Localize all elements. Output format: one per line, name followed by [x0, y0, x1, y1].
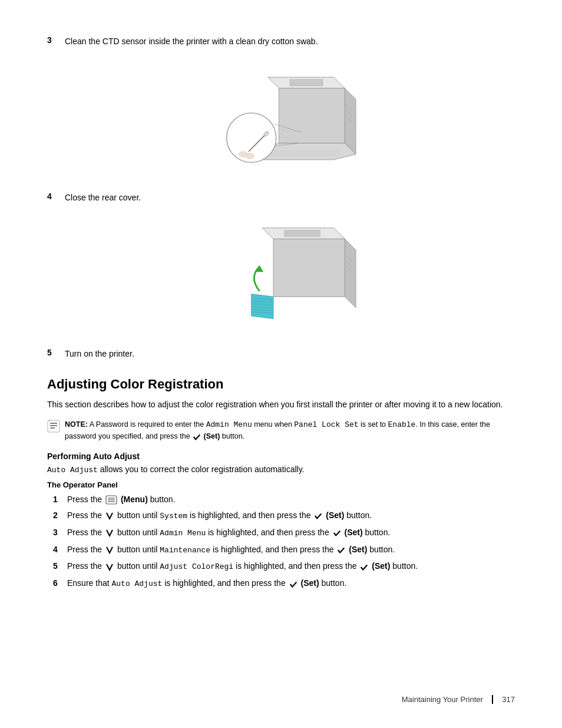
op-step-4: 4 Press the button until Maintenance is … — [53, 543, 515, 557]
svg-marker-22 — [252, 294, 273, 319]
page-content: 3 Clean the CTD sensor inside the printe… — [0, 0, 562, 629]
performing-auto-adjust-heading: Performing Auto Adjust — [47, 452, 515, 461]
note-box: NOTE: A Password is required to enter th… — [47, 419, 515, 442]
step-4-text: Close the rear cover. — [65, 192, 141, 204]
svg-rect-3 — [290, 80, 323, 86]
footer-text: Maintaining Your Printer — [402, 695, 483, 704]
op-step-6-num: 6 — [53, 577, 67, 589]
note-text1: A Password is required to enter the — [90, 420, 206, 429]
op-step-3: 3 Press the button until Admin Menu is h… — [53, 526, 515, 540]
note-text5: button. — [220, 432, 244, 440]
note-text3: is set to — [359, 420, 388, 429]
op-step-5-content: Press the button until Adjust ColorRegi … — [67, 559, 418, 574]
step-3: 3 Clean the CTD sensor inside the printe… — [47, 35, 515, 48]
note-set-label: (Set) — [204, 432, 220, 440]
step-3-text: Clean the CTD sensor inside the printer … — [65, 35, 318, 48]
step-5-num: 5 — [47, 348, 65, 357]
operator-panel-heading: The Operator Panel — [47, 480, 515, 489]
op-step-6: 6 Ensure that Auto Adjust is highlighted… — [53, 577, 515, 591]
step-5-text: Turn on the printer. — [65, 348, 134, 360]
svg-rect-21 — [285, 230, 320, 236]
footer-page-num: 317 — [502, 695, 515, 704]
checkmark-icon-step6 — [289, 580, 297, 588]
vcheck-icon-step5 — [105, 563, 114, 571]
checkmark-icon-step4 — [337, 546, 345, 554]
op-step-5: 5 Press the button until Adjust ColorReg… — [53, 559, 515, 574]
svg-rect-1 — [279, 88, 345, 143]
page-footer: Maintaining Your Printer | 317 — [402, 694, 515, 704]
step-5: 5 Turn on the printer. — [47, 348, 515, 360]
note-checkmark-icon — [193, 433, 201, 441]
auto-adjust-intro2: allows you to correct the color registra… — [98, 465, 305, 474]
op-step-3-content: Press the button until Admin Menu is hig… — [67, 526, 390, 540]
step-4: 4 Close the rear cover. — [47, 192, 515, 204]
note-icon — [47, 420, 60, 433]
rear-cover-illustration — [207, 216, 372, 334]
checkmark-icon-step2 — [314, 512, 322, 520]
section-title: Adjusting Color Registration — [47, 377, 515, 392]
checkmark-icon-step3 — [333, 529, 341, 537]
auto-adjust-intro: Auto Adjust allows you to correct the co… — [47, 465, 515, 475]
operator-steps-list: 1 Press the (Menu) button. 2 Press the — [53, 493, 515, 591]
svg-rect-19 — [273, 239, 345, 297]
vcheck-icon-step3 — [105, 529, 114, 537]
op-step-1-menu-label: (Menu) — [121, 495, 148, 504]
note-text2: menu when — [252, 420, 295, 429]
note-label: NOTE: — [65, 420, 88, 429]
ctd-cleaning-illustration — [207, 60, 372, 177]
svg-point-15 — [245, 153, 254, 159]
op-step-1: 1 Press the (Menu) button. — [53, 493, 515, 506]
svg-marker-20 — [345, 239, 356, 308]
auto-adjust-code: Auto Adjust — [47, 466, 98, 475]
op-step-4-num: 4 — [53, 543, 67, 556]
op-step-2-content: Press the button until System is highlig… — [67, 509, 372, 523]
printer-image-2 — [65, 216, 515, 334]
svg-rect-33 — [48, 420, 59, 432]
section-intro: This section describes how to adjust the… — [47, 398, 515, 411]
op-step-3-num: 3 — [53, 526, 67, 539]
checkmark-icon-step5 — [360, 563, 368, 571]
footer-separator: | — [491, 694, 494, 704]
op-step-5-num: 5 — [53, 559, 67, 572]
op-step-1-content: Press the (Menu) button. — [67, 493, 176, 506]
vcheck-icon-step2 — [105, 512, 114, 520]
op-step-2: 2 Press the button until System is highl… — [53, 509, 515, 523]
vcheck-icon-step4 — [105, 546, 114, 554]
note-text-content: NOTE: A Password is required to enter th… — [65, 419, 515, 442]
note-admin-menu: Admin Menu — [206, 420, 252, 429]
step-3-num: 3 — [47, 35, 65, 45]
menu-icon-step1 — [105, 495, 117, 505]
svg-marker-2 — [345, 88, 356, 154]
step-4-num: 4 — [47, 192, 65, 201]
op-step-4-content: Press the button until Maintenance is hi… — [67, 543, 395, 557]
note-panel-lock: Panel Lock Set — [294, 420, 358, 429]
op-step-1-num: 1 — [53, 493, 67, 506]
op-step-6-content: Ensure that Auto Adjust is highlighted, … — [67, 577, 346, 591]
note-enable: Enable — [388, 420, 416, 429]
printer-image-1 — [65, 60, 515, 177]
op-step-2-num: 2 — [53, 509, 67, 522]
